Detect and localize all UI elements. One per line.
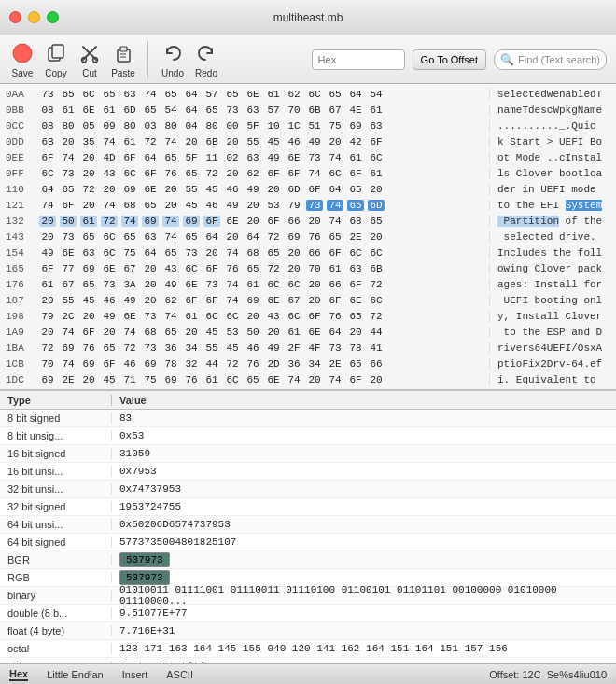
hex-byte[interactable]: 69 (121, 184, 138, 195)
hex-byte[interactable]: 73 (306, 152, 323, 163)
hex-byte[interactable]: 61 (60, 105, 77, 116)
hex-byte[interactable]: 08 (39, 105, 56, 116)
hex-byte[interactable]: 73 (60, 168, 77, 179)
paste-button[interactable]: Paste (110, 40, 136, 78)
hex-byte[interactable]: 73 (39, 89, 56, 100)
hex-byte[interactable]: 55 (60, 295, 77, 306)
hex-byte[interactable]: 6E (121, 311, 138, 322)
hex-byte[interactable]: 20 (101, 184, 118, 195)
hex-byte[interactable]: 65 (203, 105, 220, 116)
hex-byte[interactable]: 61 (286, 327, 302, 338)
hex-byte[interactable]: 54 (162, 105, 179, 116)
hex-byte[interactable]: 65 (60, 184, 77, 195)
hex-byte[interactable]: 6F (183, 295, 200, 306)
hex-row[interactable]: 187205545464920626F6F74696E67206F6E6C UE… (0, 292, 616, 308)
hex-byte[interactable]: 61 (368, 105, 385, 116)
hex-byte[interactable]: 61 (327, 263, 343, 274)
hex-byte[interactable]: 65 (347, 311, 364, 322)
hex-byte[interactable]: 75 (142, 374, 159, 385)
hex-byte[interactable]: 76 (327, 311, 343, 322)
hex-byte[interactable]: 55 (203, 342, 220, 354)
hex-byte[interactable]: 80 (162, 120, 179, 132)
hex-byte[interactable]: 68 (347, 216, 364, 227)
hex-byte[interactable]: 65 (183, 231, 200, 243)
hex-byte[interactable]: 2E (327, 358, 343, 370)
hex-byte[interactable]: 46 (121, 358, 138, 370)
hex-byte[interactable]: 6F (265, 216, 282, 227)
hex-byte[interactable]: 6C (39, 168, 56, 179)
save-button[interactable]: Save (9, 40, 35, 78)
hex-byte[interactable]: 74 (224, 295, 241, 306)
hex-row[interactable]: 1DC692E204571756976616C656E7420746F20i. … (0, 371, 616, 387)
hex-byte[interactable]: 20 (101, 327, 118, 338)
hex-byte[interactable]: 62 (245, 168, 261, 179)
hex-byte[interactable]: 65 (347, 200, 364, 211)
hex-byte[interactable]: 70 (286, 105, 302, 116)
hex-byte[interactable]: 20 (265, 327, 282, 338)
hex-byte[interactable]: 20 (80, 168, 97, 179)
hex-byte[interactable]: 61 (347, 152, 364, 163)
hex-byte[interactable]: 65 (245, 374, 261, 385)
hex-byte[interactable]: 2E (347, 231, 364, 243)
hex-byte[interactable]: 72 (368, 311, 385, 322)
hex-byte[interactable]: 20 (245, 200, 261, 211)
hex-byte[interactable]: 49 (265, 342, 282, 354)
hex-byte[interactable]: 73 (306, 200, 323, 211)
hex-byte[interactable]: 67 (60, 279, 77, 290)
hex-byte[interactable]: 61 (245, 279, 261, 290)
hex-byte[interactable]: 73 (101, 279, 118, 290)
hex-byte[interactable]: 73 (327, 342, 343, 354)
hex-byte[interactable]: 65 (121, 231, 138, 243)
hex-byte[interactable]: 44 (203, 358, 220, 370)
hex-row[interactable]: 1656F77696E6720436C6F766572207061636Bowi… (0, 260, 616, 276)
hex-byte[interactable]: 6C (203, 311, 220, 322)
hex-byte[interactable]: 55 (245, 136, 261, 147)
hex-byte[interactable]: 44 (368, 327, 385, 338)
hex-byte[interactable]: 6F (306, 311, 323, 322)
hex-byte[interactable]: 20 (142, 279, 159, 290)
hex-byte[interactable]: 65 (224, 89, 241, 100)
hex-byte[interactable]: 80 (60, 120, 77, 132)
hex-byte[interactable]: 66 (327, 279, 343, 290)
hex-byte[interactable]: 20 (224, 168, 241, 179)
hex-byte[interactable]: 68 (121, 200, 138, 211)
hex-row[interactable]: 0BB08616E616D65546465736357706B674E61nam… (0, 102, 616, 118)
hex-byte[interactable]: 35 (80, 136, 97, 147)
hex-byte[interactable]: 67 (286, 295, 302, 306)
hex-byte[interactable]: 6F (121, 152, 138, 163)
hex-byte[interactable]: 64 (347, 89, 364, 100)
hex-byte[interactable]: 49 (224, 200, 241, 211)
hex-byte[interactable]: 6C (265, 279, 282, 290)
hex-byte[interactable]: 49 (162, 279, 179, 290)
hex-byte[interactable]: 2C (60, 311, 77, 322)
hex-byte[interactable]: 6E (245, 89, 261, 100)
hex-byte[interactable]: 41 (368, 342, 385, 354)
hex-byte[interactable]: 64 (142, 152, 159, 163)
hex-byte[interactable]: 36 (286, 358, 302, 370)
hex-byte[interactable]: 51 (306, 120, 323, 132)
hex-byte[interactable]: 73 (60, 231, 77, 243)
hex-byte[interactable]: 76 (183, 374, 200, 385)
hex-byte[interactable]: 6E (142, 184, 159, 195)
hex-byte[interactable]: 02 (224, 152, 241, 163)
hex-byte[interactable]: 6F (39, 152, 56, 163)
hex-byte[interactable]: 6C (368, 152, 385, 163)
undo-button[interactable]: Undo (160, 40, 186, 78)
hex-byte[interactable]: 74 (162, 216, 179, 227)
hex-byte[interactable]: 72 (39, 342, 56, 354)
hex-byte[interactable]: 5F (183, 152, 200, 163)
hex-byte[interactable]: 57 (203, 89, 220, 100)
hex-byte[interactable]: 2E (60, 374, 77, 385)
hex-byte[interactable]: 6C (368, 295, 385, 306)
hex-byte[interactable]: 65 (327, 89, 343, 100)
hex-byte[interactable]: 00 (224, 120, 241, 132)
hex-byte[interactable]: 64 (39, 184, 56, 195)
hex-byte[interactable]: 20 (39, 231, 56, 243)
hex-byte[interactable]: 45 (80, 295, 97, 306)
hex-byte[interactable]: 6F (347, 279, 364, 290)
hex-byte[interactable]: 64 (183, 105, 200, 116)
hex-byte[interactable]: 6B (39, 136, 56, 147)
hex-byte[interactable]: 74 (224, 247, 241, 258)
hex-byte[interactable]: 74 (327, 374, 343, 385)
hex-byte[interactable]: 20 (286, 263, 302, 274)
